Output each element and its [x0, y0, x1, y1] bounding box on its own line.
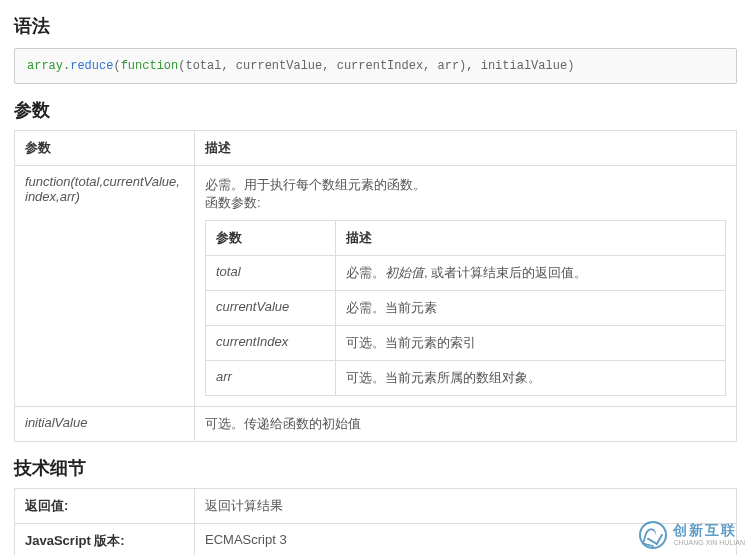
text: , 或者计算结束后的返回值。: [424, 265, 587, 280]
table-row: currentValue 必需。当前元素: [206, 291, 726, 326]
inner-param-name: arr: [206, 361, 336, 396]
text-italic: 初始值: [385, 265, 424, 280]
tech-value-version: ECMAScript 3: [195, 524, 737, 556]
code-close: ): [567, 59, 574, 73]
syntax-code-block: array.reduce(function(total, currentValu…: [14, 48, 737, 84]
tech-value-return: 返回计算结果: [195, 489, 737, 524]
table-row: function(total,currentValue, index,arr) …: [15, 166, 737, 407]
table-row: total 必需。初始值, 或者计算结束后的返回值。: [206, 256, 726, 291]
inner-param-desc: 必需。当前元素: [336, 291, 726, 326]
code-fn-keyword: function: [121, 59, 179, 73]
table-header-row: 参数 描述: [15, 131, 737, 166]
th-desc: 描述: [336, 221, 726, 256]
code-object: array: [27, 59, 63, 73]
section-heading-technical: 技术细节: [14, 456, 737, 480]
inner-parameters-table: 参数 描述 total 必需。初始值, 或者计算结束后的返回值。 current…: [205, 220, 726, 396]
param-name-initialvalue: initialValue: [15, 407, 195, 442]
desc-line: 函数参数:: [205, 194, 726, 212]
desc-line: 必需。用于执行每个数组元素的函数。: [205, 176, 726, 194]
section-heading-syntax: 语法: [14, 14, 737, 38]
table-header-row: 参数 描述: [206, 221, 726, 256]
param-desc-function: 必需。用于执行每个数组元素的函数。 函数参数: 参数 描述 total 必需。初…: [195, 166, 737, 407]
inner-param-desc: 必需。初始值, 或者计算结束后的返回值。: [336, 256, 726, 291]
table-row: arr 可选。当前元素所属的数组对象。: [206, 361, 726, 396]
inner-param-name: total: [206, 256, 336, 291]
inner-param-desc: 可选。当前元素的索引: [336, 326, 726, 361]
code-open: (: [113, 59, 120, 73]
table-row: JavaScript 版本: ECMAScript 3: [15, 524, 737, 556]
technical-table: 返回值: 返回计算结果 JavaScript 版本: ECMAScript 3: [14, 488, 737, 555]
th-desc: 描述: [195, 131, 737, 166]
param-desc-initialvalue: 可选。传递给函数的初始值: [195, 407, 737, 442]
inner-param-name: currentValue: [206, 291, 336, 326]
param-name-function: function(total,currentValue, index,arr): [15, 166, 195, 407]
parameters-table: 参数 描述 function(total,currentValue, index…: [14, 130, 737, 442]
section-heading-parameters: 参数: [14, 98, 737, 122]
text: 必需。: [346, 265, 385, 280]
tech-label-return: 返回值:: [15, 489, 195, 524]
table-row: initialValue 可选。传递给函数的初始值: [15, 407, 737, 442]
th-param: 参数: [15, 131, 195, 166]
inner-param-name: currentIndex: [206, 326, 336, 361]
code-method: reduce: [70, 59, 113, 73]
th-param: 参数: [206, 221, 336, 256]
inner-param-desc: 可选。当前元素所属的数组对象。: [336, 361, 726, 396]
table-row: 返回值: 返回计算结果: [15, 489, 737, 524]
table-row: currentIndex 可选。当前元素的索引: [206, 326, 726, 361]
code-args: (total, currentValue, currentIndex, arr)…: [178, 59, 567, 73]
tech-label-version: JavaScript 版本:: [15, 524, 195, 556]
